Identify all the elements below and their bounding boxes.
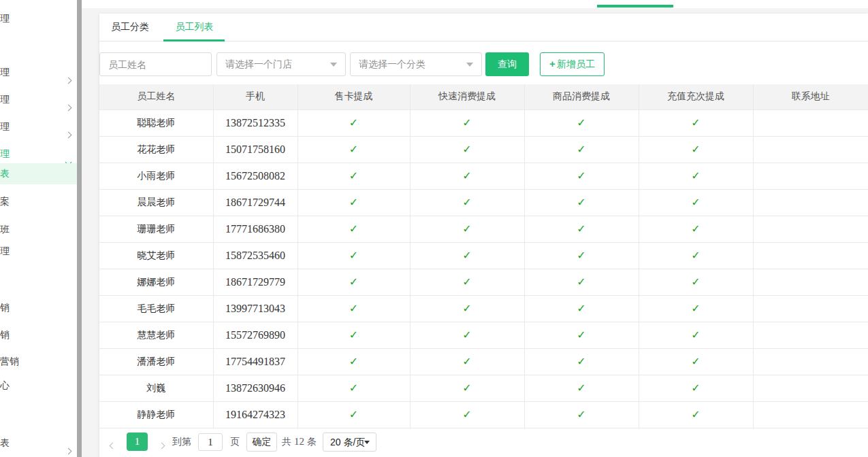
confirm-button[interactable]: 确定 bbox=[246, 433, 277, 452]
next-page-icon[interactable] bbox=[159, 439, 164, 450]
address-cell bbox=[753, 401, 868, 428]
table-row: 静静老师19164274323✓✓✓✓ bbox=[99, 401, 868, 428]
sidebar-item[interactable]: 理 bbox=[0, 241, 77, 261]
tab-bar: 员工分类 员工列表 bbox=[99, 14, 868, 41]
goto-page-input[interactable] bbox=[198, 433, 223, 451]
check-icon: ✓ bbox=[577, 117, 585, 129]
sidebar-item-selected[interactable]: 表 bbox=[0, 163, 77, 184]
sell-card-cell: ✓ bbox=[298, 401, 410, 428]
check-icon: ✓ bbox=[691, 303, 700, 314]
table-row: 慧慧老师15572769890✓✓✓✓ bbox=[99, 322, 868, 348]
col-header-goods-consume: 商品消费提成 bbox=[524, 84, 639, 109]
col-header-phone: 手机 bbox=[213, 84, 298, 109]
phone-cell: 15872535460 bbox=[213, 242, 298, 269]
sidebar-item[interactable]: 销 bbox=[0, 324, 77, 345]
tab-employee-category[interactable]: 员工分类 bbox=[99, 14, 161, 41]
sell-card-cell: ✓ bbox=[298, 375, 410, 401]
sidebar-item[interactable]: 表 bbox=[0, 433, 77, 453]
col-header-quick-consume: 快速消费提成 bbox=[410, 84, 524, 109]
table-row: 珊珊老师17771686380✓✓✓✓ bbox=[99, 216, 868, 242]
sidebar-item[interactable]: 理 bbox=[0, 62, 77, 82]
check-icon: ✓ bbox=[462, 409, 471, 420]
check-icon: ✓ bbox=[691, 356, 700, 367]
sidebar-item[interactable]: 销 bbox=[0, 297, 77, 318]
check-icon: ✓ bbox=[462, 303, 471, 314]
page-number-button[interactable]: 1 bbox=[127, 433, 148, 451]
page-size-select[interactable]: 20 条/页 bbox=[323, 433, 376, 452]
address-cell bbox=[753, 295, 868, 322]
sidebar-item[interactable]: 案 bbox=[0, 191, 77, 211]
quick-consume-cell: ✓ bbox=[410, 189, 524, 216]
employee-name-cell: 聪聪老师 bbox=[99, 109, 213, 136]
check-icon: ✓ bbox=[577, 303, 585, 314]
add-employee-button[interactable]: +新增员工 bbox=[540, 52, 605, 76]
chevron-right-icon bbox=[66, 124, 71, 144]
address-cell bbox=[753, 136, 868, 163]
goods-consume-cell: ✓ bbox=[524, 348, 639, 375]
table-row: 毛毛老师13997713043✓✓✓✓ bbox=[99, 295, 868, 322]
store-select[interactable]: 请选择一个门店 bbox=[216, 52, 346, 76]
address-cell bbox=[753, 163, 868, 189]
recharge-cell: ✓ bbox=[639, 189, 753, 216]
quick-consume-cell: ✓ bbox=[410, 216, 524, 242]
caret-down-icon bbox=[364, 441, 370, 444]
address-cell bbox=[753, 269, 868, 295]
address-cell bbox=[753, 216, 868, 242]
sidebar-item[interactable]: 心 bbox=[0, 375, 77, 395]
check-icon: ✓ bbox=[349, 276, 358, 288]
sidebar-item-expanded[interactable]: 理 bbox=[0, 143, 77, 164]
check-icon: ✓ bbox=[691, 143, 700, 155]
check-icon: ✓ bbox=[462, 382, 471, 394]
phone-cell: 18671729779 bbox=[213, 269, 298, 295]
address-cell bbox=[753, 189, 868, 216]
tab-employee-list[interactable]: 员工列表 bbox=[163, 14, 225, 41]
phone-cell: 13997713043 bbox=[213, 295, 298, 322]
caret-down-icon bbox=[466, 63, 473, 67]
goods-consume-cell: ✓ bbox=[524, 163, 639, 189]
sidebar-item[interactable]: 营销 bbox=[0, 351, 77, 371]
col-header-address: 联系地址 bbox=[753, 84, 868, 109]
goods-consume-cell: ✓ bbox=[524, 375, 639, 401]
phone-cell: 15071758160 bbox=[213, 136, 298, 163]
check-icon: ✓ bbox=[462, 143, 471, 155]
chevron-right-icon bbox=[66, 440, 71, 457]
phone-cell: 15572769890 bbox=[213, 322, 298, 348]
check-icon: ✓ bbox=[349, 409, 358, 420]
employee-name-cell: 晓艾老师 bbox=[99, 242, 213, 269]
phone-cell: 18671729744 bbox=[213, 189, 298, 216]
category-select[interactable]: 请选择一个分类 bbox=[350, 52, 482, 76]
quick-consume-cell: ✓ bbox=[410, 375, 524, 401]
sidebar-scrollbar[interactable] bbox=[77, 0, 82, 457]
employee-name-input[interactable] bbox=[99, 52, 212, 76]
prev-page-icon[interactable] bbox=[110, 439, 115, 450]
check-icon: ✓ bbox=[577, 329, 585, 341]
check-icon: ✓ bbox=[577, 250, 585, 261]
sidebar-item[interactable]: 班 bbox=[0, 219, 77, 239]
quick-consume-cell: ✓ bbox=[410, 401, 524, 428]
sell-card-cell: ✓ bbox=[298, 216, 410, 242]
content-card: 员工分类 员工列表 请选择一个门店 请选择一个分类 查询 +新增员工 员工姓名 … bbox=[99, 14, 868, 457]
quick-consume-cell: ✓ bbox=[410, 109, 524, 136]
check-icon: ✓ bbox=[577, 276, 585, 288]
sidebar-item[interactable]: 理 bbox=[0, 8, 77, 29]
sidebar-item[interactable]: 理 bbox=[0, 116, 77, 137]
check-icon: ✓ bbox=[691, 197, 700, 208]
chevron-right-icon bbox=[66, 69, 71, 90]
employee-name-cell: 珊珊老师 bbox=[99, 216, 213, 242]
phone-cell: 19164274323 bbox=[213, 401, 298, 428]
check-icon: ✓ bbox=[349, 170, 358, 182]
check-icon: ✓ bbox=[349, 356, 358, 367]
check-icon: ✓ bbox=[349, 143, 358, 155]
table-row: 潘潘老师17754491837✓✓✓✓ bbox=[99, 348, 868, 375]
pagination-bar: 1 到第 页 确定 共 12 条 20 条/页 bbox=[99, 433, 868, 452]
sell-card-cell: ✓ bbox=[298, 322, 410, 348]
table-row: 聪聪老师13872512335✓✓✓✓ bbox=[99, 109, 868, 136]
goods-consume-cell: ✓ bbox=[524, 269, 639, 295]
check-icon: ✓ bbox=[577, 170, 585, 182]
recharge-cell: ✓ bbox=[639, 348, 753, 375]
recharge-cell: ✓ bbox=[639, 269, 753, 295]
check-icon: ✓ bbox=[691, 329, 700, 341]
check-icon: ✓ bbox=[691, 276, 700, 288]
search-button[interactable]: 查询 bbox=[485, 52, 529, 76]
sidebar-item[interactable]: 理 bbox=[0, 89, 77, 109]
